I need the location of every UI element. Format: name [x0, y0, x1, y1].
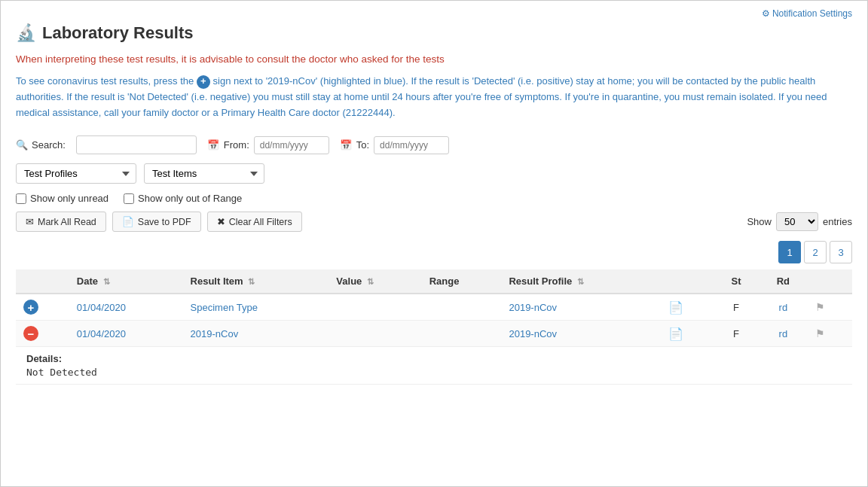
- from-label: From:: [224, 139, 249, 151]
- col-date: Date ⇅: [69, 269, 183, 294]
- value-cell: [329, 321, 421, 347]
- checkbox-row: Show only unread Show only out of Range: [16, 193, 852, 204]
- search-input[interactable]: [76, 135, 197, 154]
- search-label-text: Search:: [32, 139, 66, 151]
- action-row: ✉ Mark All Read 📄 Save to PDF ✖ Clear Al…: [16, 212, 852, 232]
- date-value[interactable]: 01/04/2020: [77, 302, 126, 313]
- to-date-group: 📅 To:: [340, 136, 449, 154]
- flag-icon[interactable]: ⚑: [815, 327, 825, 339]
- result-profile-sort-icon[interactable]: ⇅: [577, 277, 584, 286]
- expand-cell: −: [16, 321, 69, 347]
- show-entries: Show 10 25 50 100 entries: [747, 212, 852, 231]
- result-item-value[interactable]: 2019-nCov: [191, 328, 239, 339]
- pdf-icon[interactable]: 📄: [668, 327, 683, 340]
- plus-circle-icon: +: [197, 75, 210, 89]
- to-label: To:: [356, 139, 369, 151]
- date-cell: 01/04/2020: [69, 294, 183, 321]
- page-wrapper: ⚙ Notification Settings 🔬 Laboratory Res…: [0, 0, 868, 487]
- rd-cell: rd: [758, 294, 808, 321]
- rd-value[interactable]: rd: [779, 302, 788, 313]
- from-date-input[interactable]: [254, 136, 329, 154]
- result-item-value[interactable]: Specimen Type: [191, 302, 258, 313]
- clear-all-filters-button[interactable]: ✖ Clear All Filters: [207, 212, 302, 232]
- page-3-button[interactable]: 3: [830, 241, 852, 263]
- expand-cell: +: [16, 294, 69, 321]
- flag-cell: ⚑: [808, 321, 852, 347]
- show-entries-label: Show: [747, 216, 772, 227]
- page-2-button[interactable]: 2: [804, 241, 827, 263]
- col-value: Value ⇅: [329, 269, 421, 294]
- st-cell: F: [714, 294, 758, 321]
- lab-icon: 🔬: [16, 23, 36, 43]
- search-row: 🔍 Search: 📅 From: 📅 To:: [16, 135, 852, 154]
- entries-select[interactable]: 10 25 50 100: [776, 212, 818, 231]
- entries-suffix: entries: [823, 216, 852, 227]
- value-header: Value: [336, 275, 362, 287]
- col-result-profile: Result Profile ⇅: [501, 269, 661, 294]
- test-items-dropdown[interactable]: Test Items: [144, 163, 264, 184]
- show-unread-text: Show only unread: [30, 193, 108, 204]
- result-profile-value[interactable]: 2019-nCov: [509, 302, 557, 313]
- calendar-from-icon: 📅: [207, 139, 219, 151]
- pdf-save-icon: 📄: [122, 216, 134, 227]
- clear-all-filters-label: Clear All Filters: [229, 217, 292, 227]
- result-item-cell: 2019-nCov: [183, 321, 329, 347]
- col-pdf: [661, 269, 714, 294]
- value-cell: [329, 294, 421, 321]
- advisory-blue: To see coronavirus test results, press t…: [16, 74, 852, 120]
- page-title: Laboratory Results: [42, 23, 194, 43]
- envelope-icon: ✉: [26, 216, 34, 227]
- col-st: St: [714, 269, 758, 294]
- result-item-header: Result Item: [191, 275, 243, 287]
- result-item-cell: Specimen Type: [183, 294, 329, 321]
- result-profile-value[interactable]: 2019-nCov: [509, 328, 557, 339]
- expand-button[interactable]: +: [23, 300, 38, 315]
- table-row: + 01/04/2020 Specimen Type 2019-nCov 📄 F…: [16, 294, 852, 321]
- search-label: 🔍 Search:: [16, 139, 66, 151]
- col-rd: Rd: [758, 269, 808, 294]
- table-row: − 01/04/2020 2019-nCov 2019-nCov 📄 F rd …: [16, 321, 852, 347]
- show-out-of-range-checkbox[interactable]: [124, 193, 134, 204]
- mark-all-read-button[interactable]: ✉ Mark All Read: [16, 212, 106, 232]
- advisory-red: When interpreting these test results, it…: [16, 53, 852, 65]
- expand-button[interactable]: −: [23, 326, 38, 341]
- pdf-cell: 📄: [661, 294, 714, 321]
- range-header: Range: [429, 275, 460, 287]
- test-profiles-dropdown[interactable]: Test Profiles: [16, 163, 136, 184]
- st-cell: F: [714, 321, 758, 347]
- range-cell: [422, 294, 502, 321]
- calendar-to-icon: 📅: [340, 139, 352, 151]
- flag-icon[interactable]: ⚑: [815, 301, 825, 313]
- col-range: Range: [422, 269, 502, 294]
- notification-settings-link[interactable]: ⚙ Notification Settings: [762, 8, 852, 19]
- details-cell: Details: Not Detected: [16, 347, 852, 385]
- result-item-sort-icon[interactable]: ⇅: [248, 277, 255, 286]
- search-icon: 🔍: [16, 139, 28, 151]
- rd-value[interactable]: rd: [779, 328, 788, 339]
- col-result-item: Result Item ⇅: [183, 269, 329, 294]
- rd-cell: rd: [758, 321, 808, 347]
- table-header-row: Date ⇅ Result Item ⇅ Value ⇅ Range Resul…: [16, 269, 852, 294]
- value-sort-icon[interactable]: ⇅: [367, 277, 374, 286]
- show-out-of-range-label[interactable]: Show only out of Range: [124, 193, 242, 204]
- pdf-cell: 📄: [661, 321, 714, 347]
- details-value: Not Detected: [26, 367, 842, 378]
- mark-all-read-label: Mark All Read: [38, 217, 96, 227]
- table-body: + 01/04/2020 Specimen Type 2019-nCov 📄 F…: [16, 294, 852, 385]
- to-date-input[interactable]: [374, 136, 449, 154]
- date-value[interactable]: 01/04/2020: [77, 328, 126, 339]
- date-sort-icon[interactable]: ⇅: [103, 277, 110, 286]
- show-out-of-range-text: Show only out of Range: [138, 193, 242, 204]
- date-header: Date: [77, 275, 98, 287]
- result-profile-cell: 2019-nCov: [501, 294, 661, 321]
- save-to-pdf-button[interactable]: 📄 Save to PDF: [112, 212, 201, 232]
- advisory-blue-part1: To see coronavirus test results, press t…: [16, 75, 194, 87]
- pdf-icon[interactable]: 📄: [668, 301, 683, 314]
- page-1-button[interactable]: 1: [778, 241, 801, 263]
- flag-cell: ⚑: [808, 294, 852, 321]
- clear-filter-icon: ✖: [217, 216, 225, 227]
- col-flag: [808, 269, 852, 294]
- show-unread-checkbox[interactable]: [16, 193, 26, 204]
- result-profile-header: Result Profile: [509, 275, 572, 287]
- show-unread-label[interactable]: Show only unread: [16, 193, 108, 204]
